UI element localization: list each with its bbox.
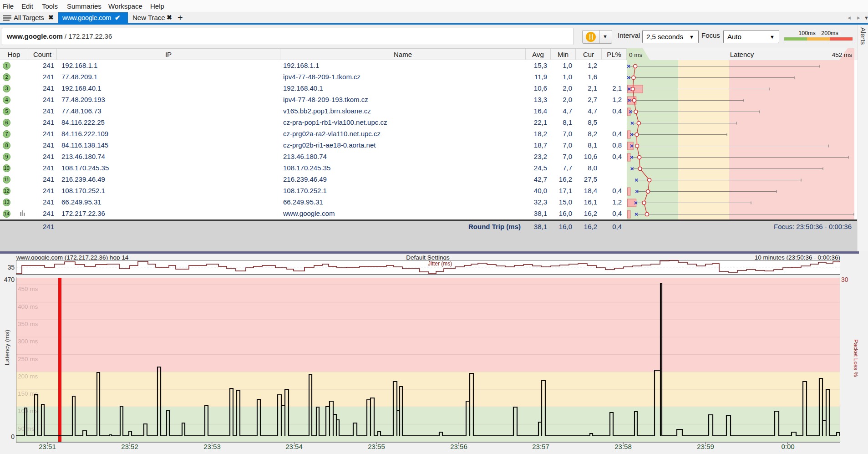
svg-text:450 ms: 450 ms	[18, 286, 38, 292]
svg-text:350 ms: 350 ms	[18, 321, 38, 327]
svg-text:Jitter (ms): Jitter (ms)	[428, 260, 452, 267]
svg-text:400 ms: 400 ms	[18, 303, 38, 310]
svg-text:200 ms: 200 ms	[18, 373, 38, 380]
svg-text:250 ms: 250 ms	[18, 356, 38, 362]
svg-text:452 ms: 452 ms	[832, 51, 853, 58]
svg-text:Latency: Latency	[730, 51, 754, 58]
svg-text:0 ms: 0 ms	[629, 51, 643, 58]
svg-text:50 ms: 50 ms	[18, 425, 35, 432]
svg-text:300 ms: 300 ms	[18, 338, 38, 345]
